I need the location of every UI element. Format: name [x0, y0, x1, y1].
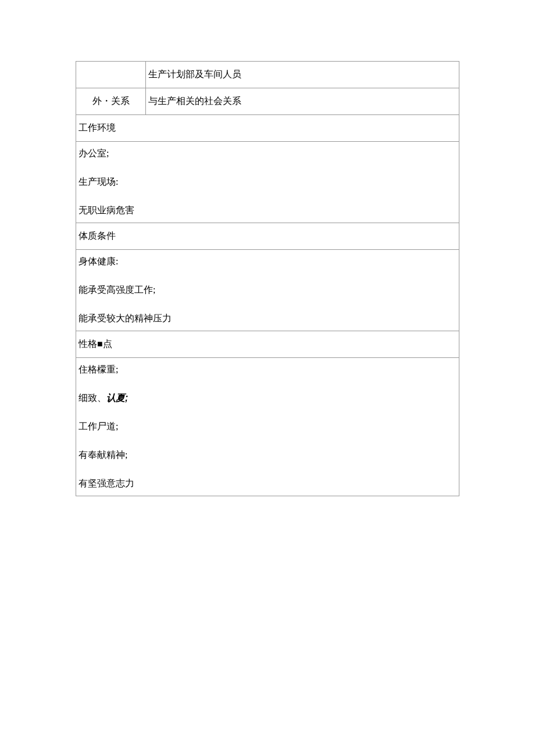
section-work-environment-header: 工作环境	[76, 115, 459, 142]
physical-line-1: 身体健康:	[79, 256, 456, 268]
work-env-line-1: 办公室;	[79, 148, 456, 160]
personality-header-text: 性格■点	[79, 339, 112, 349]
physical-line-2: 能承受高强度工作;	[79, 284, 456, 296]
personality-line-5: 有坚强意志力	[79, 478, 456, 490]
section-physical-condition-body: 身体健康: 能承受高强度工作; 能承受较大的精神压力	[76, 250, 459, 331]
work-env-line-2: 生产现场:	[79, 176, 456, 188]
external-label-text: 外・关系	[92, 95, 130, 108]
personality-line-4: 有奉献精神;	[79, 449, 456, 461]
row-department: 生产计划部及车间人员	[76, 62, 459, 88]
cell-department-label	[76, 62, 146, 88]
personality-line-2a: 细致、	[79, 393, 106, 403]
physical-line-3: 能承受较大的精神压力	[79, 313, 456, 325]
section-personality-body: 住格檬重; 细致、认夏; 工作尸道; 有奉献精神; 有坚强意志力	[76, 358, 459, 496]
section-personality-header: 性格■点	[76, 331, 459, 358]
cell-external-label: 外・关系	[76, 88, 146, 114]
section-physical-condition-header: 体质条件	[76, 223, 459, 250]
department-value-text: 生产计划部及车间人员	[148, 69, 241, 79]
document-table: 生产计划部及车间人员 外・关系 与生产相关的社会关系 工作环境 办公室; 生产现…	[76, 61, 459, 496]
work-env-line-3: 无职业病危害	[79, 205, 456, 217]
cell-external-value: 与生产相关的社会关系	[146, 88, 459, 114]
physical-condition-header-text: 体质条件	[79, 231, 116, 241]
work-environment-header-text: 工作环境	[79, 123, 116, 132]
personality-line-2b: 认夏;	[106, 393, 128, 403]
external-value-text: 与生产相关的社会关系	[148, 96, 241, 106]
personality-line-2: 细致、认夏;	[79, 392, 456, 404]
row-external-relations: 外・关系 与生产相关的社会关系	[76, 88, 459, 115]
personality-line-3: 工作尸道;	[79, 421, 456, 433]
section-work-environment-body: 办公室; 生产现场: 无职业病危害	[76, 142, 459, 223]
personality-line-1: 住格檬重;	[79, 364, 456, 376]
cell-department-value: 生产计划部及车间人员	[146, 62, 459, 88]
